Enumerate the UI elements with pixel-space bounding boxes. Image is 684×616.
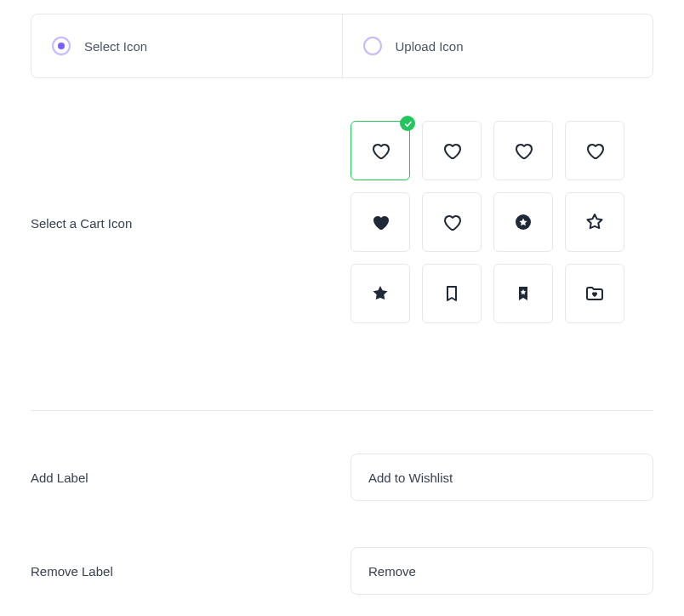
icon-option-star-filled-8[interactable] bbox=[351, 264, 410, 323]
section-divider bbox=[31, 410, 653, 411]
heart-outline-icon bbox=[584, 140, 605, 161]
add-label-input[interactable] bbox=[351, 453, 653, 501]
radio-selected-icon bbox=[52, 37, 71, 55]
star-circle-filled-icon bbox=[513, 212, 533, 232]
tab-upload-icon[interactable]: Upload Icon bbox=[342, 14, 653, 77]
remove-label-row: Remove Label bbox=[31, 547, 653, 595]
heart-outline-icon bbox=[442, 140, 462, 161]
select-cart-icon-label: Select a Cart Icon bbox=[31, 121, 351, 325]
icon-option-heart-outline-3[interactable] bbox=[565, 121, 624, 180]
icon-option-bookmark-outline-9[interactable] bbox=[422, 264, 482, 323]
selected-check-icon bbox=[400, 116, 415, 131]
icon-option-star-outline-7[interactable] bbox=[565, 192, 624, 252]
star-outline-icon bbox=[584, 212, 605, 232]
icon-option-heart-outline-0[interactable] bbox=[351, 121, 410, 180]
tab-upload-label: Upload Icon bbox=[396, 39, 464, 54]
icon-option-heart-outline-2[interactable] bbox=[493, 121, 553, 180]
icon-source-tabs: Select Icon Upload Icon bbox=[31, 14, 653, 78]
icon-option-folder-heart-11[interactable] bbox=[565, 264, 624, 323]
heart-outline-icon bbox=[442, 212, 462, 232]
tab-select-icon[interactable]: Select Icon bbox=[31, 14, 342, 77]
bookmark-star-filled-icon bbox=[513, 283, 533, 304]
heart-filled-icon bbox=[370, 212, 390, 232]
remove-label-title: Remove Label bbox=[31, 564, 351, 579]
remove-label-input[interactable] bbox=[351, 547, 653, 595]
icon-option-heart-outline-5[interactable] bbox=[422, 192, 482, 252]
icon-option-heart-outline-1[interactable] bbox=[422, 121, 482, 180]
icon-option-star-circle-filled-6[interactable] bbox=[493, 192, 553, 252]
tab-select-label: Select Icon bbox=[84, 39, 147, 54]
icon-grid bbox=[351, 121, 624, 323]
bookmark-outline-icon bbox=[442, 283, 462, 304]
folder-heart-icon bbox=[584, 283, 605, 304]
add-label-title: Add Label bbox=[31, 471, 351, 485]
icon-option-heart-filled-4[interactable] bbox=[351, 192, 410, 252]
star-filled-icon bbox=[370, 283, 390, 304]
icon-option-bookmark-star-filled-10[interactable] bbox=[493, 264, 553, 323]
heart-outline-icon bbox=[370, 140, 390, 161]
heart-outline-icon bbox=[513, 140, 533, 161]
add-label-row: Add Label bbox=[31, 453, 653, 501]
select-cart-icon-row: Select a Cart Icon bbox=[31, 121, 653, 325]
radio-unselected-icon bbox=[363, 37, 382, 55]
